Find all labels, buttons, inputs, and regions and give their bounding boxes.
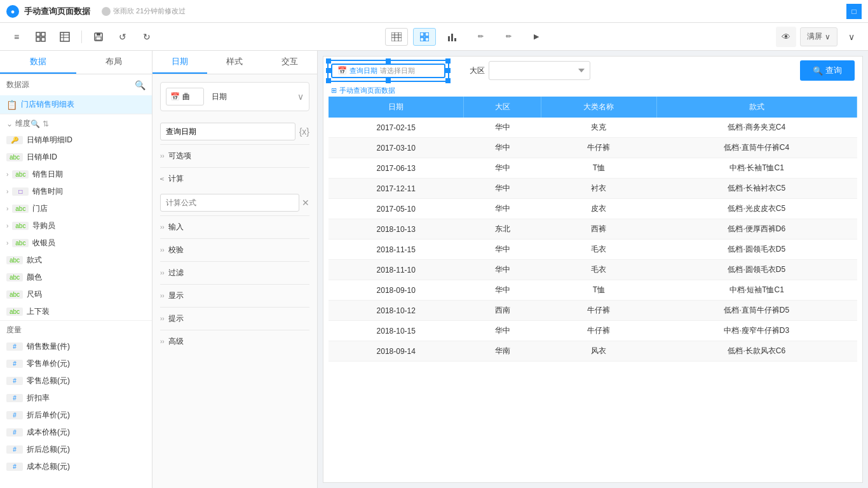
field-item-yanse[interactable]: abc 颜色 xyxy=(0,269,152,286)
field-type-abc: abc xyxy=(12,222,29,230)
field-item-rixin-mingxi[interactable]: 🔑 日销单明细ID xyxy=(0,132,152,149)
field-type-abc: abc xyxy=(12,205,29,213)
input-collapse-header[interactable]: › 输入 xyxy=(160,216,309,238)
tab-date[interactable]: 日期 xyxy=(153,51,207,74)
grid-button[interactable] xyxy=(31,27,51,47)
more-button[interactable]: ∨ xyxy=(841,27,862,47)
field-name-display: 日期 xyxy=(208,92,294,102)
grid-view-button[interactable] xyxy=(413,28,436,46)
field-type-hash: # xyxy=(6,360,23,368)
main-layout: 数据 布局 数据源 🔍 📋 门店销售明细表 ⌄ 维度 🔍 ⇅ 🔑 日销单明细ID… xyxy=(0,51,868,488)
validate-section: › 校验 xyxy=(160,238,309,261)
table-cell: 华中 xyxy=(464,280,541,301)
field-item-shangxiazhuang[interactable]: abc 上下装 xyxy=(0,303,152,320)
save-button[interactable] xyxy=(88,27,109,47)
field-item-mendian[interactable]: › abc 门店 xyxy=(0,200,152,217)
app-logo: ● xyxy=(6,5,19,18)
canvas-area: 📅 查询日期 请选择日期 xyxy=(323,56,863,483)
field-item-rixin-id[interactable]: abc 日销单ID xyxy=(0,149,152,166)
edit-button[interactable]: ✏ xyxy=(469,28,492,46)
middle-content: 📅 曲 日期 ∨ {x} › 可选项 xyxy=(153,74,317,488)
svg-rect-19 xyxy=(425,37,429,41)
table-cell: T恤 xyxy=(541,280,656,301)
svg-rect-2 xyxy=(36,37,40,41)
field-type-label: 曲 xyxy=(182,92,190,102)
field-type-abc: abc xyxy=(6,273,23,281)
table-cell: T恤 xyxy=(541,158,656,179)
formula-icon[interactable]: {x} xyxy=(299,126,309,137)
component-label-text: 手动查询页面数据 xyxy=(339,86,395,95)
dimension-search-icon[interactable]: 🔍 xyxy=(31,119,40,128)
validate-collapse-header[interactable]: › 校验 xyxy=(160,239,309,261)
measure-item-1[interactable]: # 销售数量(件) xyxy=(0,338,152,355)
edit2-button[interactable]: ✏ xyxy=(497,28,520,46)
datasource-search-icon[interactable]: 🔍 xyxy=(135,80,146,90)
measure-item-5[interactable]: # 折后单价(元) xyxy=(0,407,152,424)
formula-input[interactable] xyxy=(160,194,299,212)
left-panel: 数据 布局 数据源 🔍 📋 门店销售明细表 ⌄ 维度 🔍 ⇅ 🔑 日销单明细ID… xyxy=(0,51,153,488)
svg-rect-0 xyxy=(36,32,40,36)
table-cell: 2018-10-15 xyxy=(329,321,464,341)
dimension-expand-btn[interactable]: ⌄ xyxy=(6,119,13,128)
hint-collapse-header[interactable]: › 提示 xyxy=(160,308,309,330)
tab-interact[interactable]: 交互 xyxy=(262,51,317,74)
date-input-wrapper[interactable]: 📅 查询日期 请选择日期 xyxy=(331,64,445,78)
page-title: 手动查询页面数据 xyxy=(24,6,90,17)
tab-data[interactable]: 数据 xyxy=(0,51,76,74)
measure-item-3[interactable]: # 零售总额(元) xyxy=(0,372,152,390)
display-collapse-header[interactable]: › 显示 xyxy=(160,285,309,307)
play-button[interactable]: ▶ xyxy=(525,28,548,46)
formula-clear-icon[interactable]: ✕ xyxy=(302,198,309,208)
expand-arrow: › xyxy=(6,171,8,178)
fullscreen-button[interactable]: 满屏 ∨ xyxy=(800,27,837,46)
field-item-shouyinyuan[interactable]: › abc 收银员 xyxy=(0,234,152,252)
field-item-xiaoshou-riqi[interactable]: › abc 销售日期 xyxy=(0,166,152,183)
menu-button[interactable]: ≡ xyxy=(6,27,27,47)
field-item-xiaoshou-shijian[interactable]: › □ 销售时间 xyxy=(0,183,152,200)
datasource-item[interactable]: 📋 门店销售明细表 xyxy=(0,95,152,114)
filter-collapse-header[interactable]: › 过滤 xyxy=(160,262,309,284)
field-type-selector[interactable]: 📅 曲 xyxy=(166,88,204,105)
dimension-sort-icon[interactable]: ⇅ xyxy=(43,119,49,128)
datasource-icon: 📋 xyxy=(6,100,17,110)
redo-button[interactable]: ↻ xyxy=(137,27,157,47)
preview-button[interactable]: 👁 xyxy=(776,27,796,47)
optional-collapse-header[interactable]: › 可选项 xyxy=(160,145,309,167)
measure-item-6[interactable]: # 成本价格(元) xyxy=(0,424,152,441)
query-button[interactable]: 🔍 查询 xyxy=(800,60,855,81)
measure-item-7[interactable]: # 折后总额(元) xyxy=(0,441,152,458)
tab-layout[interactable]: 布局 xyxy=(76,51,153,74)
table-body: 2017-02-15华中夹克低档·商务夹克C42017-03-10华中牛仔裤低档… xyxy=(329,118,857,362)
field-item-daogou[interactable]: › abc 导购员 xyxy=(0,217,152,234)
field-type-key-icon: 🔑 xyxy=(6,136,23,144)
undo-button[interactable]: ↺ xyxy=(112,27,133,47)
chart-button[interactable] xyxy=(441,28,464,46)
measure-item-2[interactable]: # 零售单价(元) xyxy=(0,355,152,372)
search-icon: 🔍 xyxy=(813,66,823,76)
field-item-kuanshi[interactable]: abc 款式 xyxy=(0,252,152,269)
expand-arrow: › xyxy=(6,188,8,195)
field-expand-button[interactable]: ∨ xyxy=(297,92,304,102)
table-button[interactable] xyxy=(55,27,75,47)
table-row: 2018-11-15华中毛衣低档·圆领毛衣D5 xyxy=(329,240,857,260)
middle-tabs: 日期 样式 交互 xyxy=(153,51,317,74)
right-panel: 📅 查询日期 请选择日期 xyxy=(318,51,868,488)
measure-item-8[interactable]: # 成本总额(元) xyxy=(0,458,152,475)
field-type-hash: # xyxy=(6,342,23,351)
table-cell: 中档·短袖T恤C1 xyxy=(656,280,857,301)
region-select[interactable] xyxy=(489,61,590,80)
table-head: 日期 大区 大类名称 款式 xyxy=(329,97,857,118)
table-row: 2018-11-10华中毛衣低档·圆领毛衣D5 xyxy=(329,260,857,280)
advanced-collapse-header[interactable]: › 高级 xyxy=(160,330,309,353)
query-label-input[interactable] xyxy=(160,123,295,140)
table-view-button[interactable] xyxy=(385,28,408,46)
calc-collapse-header[interactable]: ∨ 计算 xyxy=(160,168,309,190)
validate-label: 校验 xyxy=(168,245,184,255)
maximize-button[interactable]: □ xyxy=(846,4,862,19)
table-cell: 低档·光皮皮衣C5 xyxy=(656,199,857,219)
table-cell: 衬衣 xyxy=(541,179,656,199)
measure-item-4[interactable]: # 折扣率 xyxy=(0,390,152,407)
tab-style[interactable]: 样式 xyxy=(207,51,262,74)
field-item-chima[interactable]: abc 尺码 xyxy=(0,286,152,303)
field-type-hash: # xyxy=(6,445,23,454)
